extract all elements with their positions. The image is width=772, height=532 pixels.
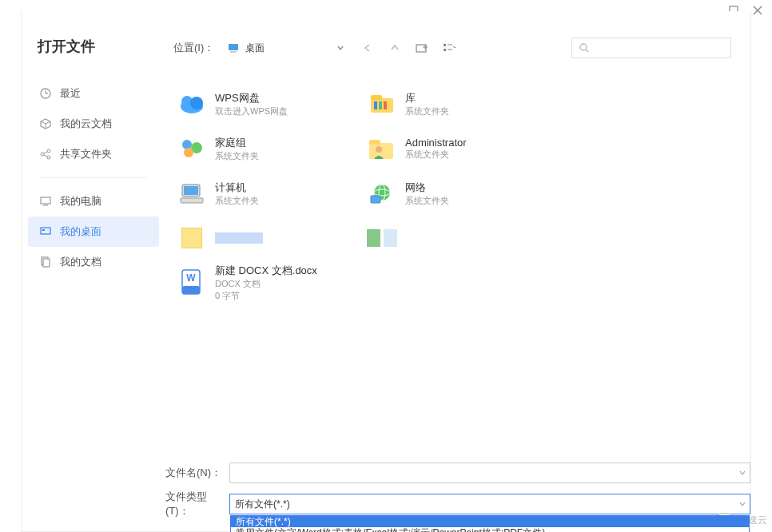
svg-rect-26: [444, 44, 446, 46]
file-sub: 系统文件夹: [405, 149, 467, 161]
svg-rect-37: [374, 101, 377, 109]
filetype-row: 文件类型(T)： 所有文件(*.*) 所有文件(*.*) 常用文件(文字/Wor…: [165, 490, 750, 518]
docx-icon: W: [180, 268, 204, 297]
newfolder-button[interactable]: [412, 38, 432, 58]
newfolder-icon: [416, 42, 428, 54]
filename-label: 文件名(N)：: [165, 466, 229, 480]
sidebar-item-clouddocs[interactable]: 我的云文档: [28, 109, 159, 139]
svg-line-7: [41, 121, 46, 124]
svg-rect-44: [369, 140, 380, 145]
file-sub: 系统文件夹: [405, 105, 449, 117]
filename-field[interactable]: [229, 463, 750, 483]
desktop-icon: [39, 225, 52, 238]
file-homegroup[interactable]: 家庭组系统文件夹: [173, 126, 364, 171]
sidebar-item-mydocuments[interactable]: 我的文档: [28, 247, 159, 277]
svg-line-31: [586, 50, 588, 52]
sidebar-item-label: 我的文档: [60, 255, 101, 269]
open-file-dialog: 打开文件 最近 我的云文档 共享文件夹 我的电脑 我的桌面 我的文档: [21, 11, 751, 532]
file-wps-netdisk[interactable]: WPS网盘双击进入WPS网盘: [173, 81, 364, 126]
svg-rect-38: [379, 101, 382, 109]
library-icon: [368, 92, 396, 116]
filetype-value: 所有文件(*.*): [230, 494, 750, 514]
svg-rect-22: [230, 51, 237, 53]
file-name: 计算机: [215, 181, 259, 195]
sidebar-item-shared[interactable]: 共享文件夹: [28, 139, 159, 169]
filetype-field[interactable]: 所有文件(*.*) 所有文件(*.*) 常用文件(文字/Word格式;表格/Ex…: [229, 494, 750, 514]
location-dropdown[interactable]: 桌面: [222, 38, 350, 58]
svg-rect-20: [43, 259, 50, 267]
svg-line-8: [46, 121, 50, 124]
file-name: 网络: [405, 181, 449, 195]
filetype-option[interactable]: 常用文件(文字/Word格式;表格/Excel格式;演示/PowerPoint格…: [231, 527, 749, 532]
search-input[interactable]: [594, 42, 724, 54]
back-button[interactable]: [358, 38, 377, 58]
sidebar: 打开文件 最近 我的云文档 共享文件夹 我的电脑 我的桌面 我的文档: [22, 11, 165, 284]
svg-rect-15: [41, 197, 50, 204]
svg-rect-39: [384, 101, 387, 109]
file-name: WPS网盘: [215, 91, 288, 105]
file-sub: 系统文件夹: [215, 195, 259, 207]
view-button[interactable]: [440, 38, 459, 58]
main-panel: 位置(I)： 桌面 WPS网盘双击进入WPS网盘 库系统文件夹: [165, 11, 750, 531]
list-icon: [443, 42, 456, 54]
file-item-blurred[interactable]: [364, 216, 554, 260]
location-value: 桌面: [245, 42, 332, 55]
sidebar-item-label: 共享文件夹: [60, 147, 112, 161]
filetype-label: 文件类型(T)：: [165, 490, 229, 518]
sidebar-item-mycomputer[interactable]: 我的电脑: [28, 186, 159, 216]
file-name: 库: [405, 91, 449, 105]
file-sub: 系统文件夹: [405, 195, 449, 207]
file-sub: DOCX 文档: [215, 278, 317, 290]
svg-rect-27: [444, 49, 446, 51]
svg-point-12: [47, 156, 50, 159]
filetype-dropdown-arrow[interactable]: [738, 497, 746, 511]
filename-dropdown-arrow[interactable]: [738, 466, 746, 480]
svg-rect-48: [181, 198, 203, 203]
docs-icon: [39, 256, 52, 268]
blurred-placeholder: [405, 234, 437, 242]
file-name: 新建 DOCX 文档.docx: [215, 264, 317, 278]
chevron-down-icon: [738, 469, 746, 477]
svg-rect-36: [371, 95, 382, 100]
sidebar-item-mydesktop[interactable]: 我的桌面: [28, 216, 159, 247]
toolbar: 位置(I)： 桌面: [173, 37, 731, 59]
sidebar-item-label: 最近: [60, 86, 81, 101]
up-button[interactable]: [385, 38, 404, 58]
bottom-panel: 文件名(N)： 文件类型(T)： 所有文件(*.*) 所有文件(*.*) 常用文…: [165, 463, 750, 531]
file-administrator[interactable]: Administrator系统文件夹: [364, 126, 554, 171]
dialog-title: 打开文件: [28, 37, 159, 78]
file-size: 0 字节: [215, 290, 317, 302]
sidebar-item-recent[interactable]: 最近: [28, 78, 159, 109]
monitor-icon: [39, 195, 52, 208]
cloud-icon: [177, 92, 206, 116]
arrow-left-icon: [362, 42, 373, 54]
svg-point-30: [580, 44, 587, 50]
file-name: 家庭组: [215, 136, 259, 150]
filetype-option[interactable]: 所有文件(*.*): [231, 516, 749, 527]
filetype-dropdown: 所有文件(*.*) 常用文件(文字/Word格式;表格/Excel格式;演示/P…: [230, 515, 750, 532]
svg-point-34: [190, 97, 203, 109]
svg-line-14: [44, 155, 47, 157]
file-network[interactable]: 网络系统文件夹: [364, 171, 554, 216]
file-library[interactable]: 库系统文件夹: [364, 81, 554, 126]
svg-point-11: [47, 149, 50, 153]
filename-row: 文件名(N)：: [165, 463, 750, 483]
file-computer[interactable]: 计算机系统文件夹: [173, 171, 364, 216]
blurred-placeholder: [215, 232, 263, 244]
file-docx[interactable]: W 新建 DOCX 文档.docxDOCX 文档0 字节: [173, 260, 364, 305]
svg-rect-21: [229, 44, 238, 50]
svg-rect-54: [182, 286, 200, 294]
file-grid: WPS网盘双击进入WPS网盘 库系统文件夹 家庭组系统文件夹 Administr…: [173, 81, 731, 305]
search-box[interactable]: [571, 38, 731, 58]
clock-icon: [39, 87, 52, 100]
file-item-blurred[interactable]: [173, 216, 364, 260]
svg-rect-17: [41, 228, 50, 234]
filename-input[interactable]: [230, 463, 732, 482]
svg-rect-47: [184, 186, 198, 195]
close-button[interactable]: [753, 4, 762, 18]
search-icon: [579, 42, 589, 54]
cube-icon: [39, 117, 52, 130]
sidebar-item-label: 我的桌面: [60, 224, 101, 239]
file-sub: 系统文件夹: [215, 150, 259, 162]
network-icon: [368, 181, 396, 205]
